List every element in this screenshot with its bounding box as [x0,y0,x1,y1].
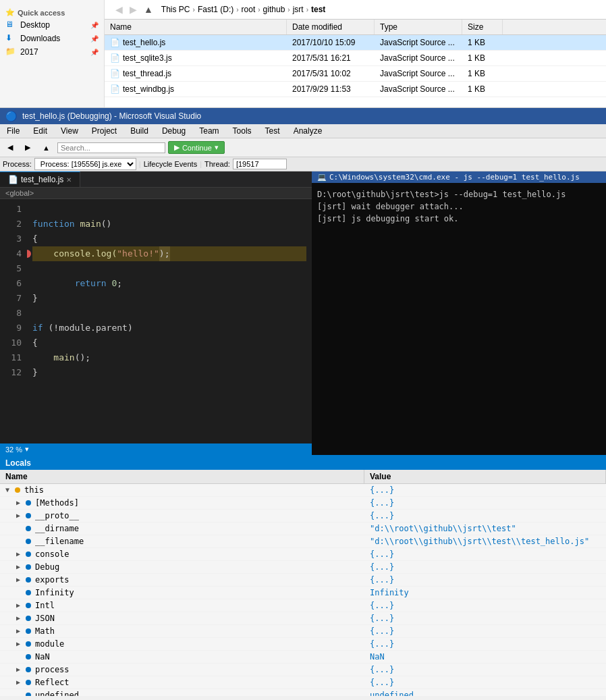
pin-icon-2017: 📌 [90,49,99,56]
file-row[interactable]: 📄 test_windbg.js 2017/9/29 11:53 JavaScr… [105,82,606,97]
search-input[interactable] [57,142,165,153]
file-row[interactable]: 📄 test_sqlite3.js 2017/5/31 16:21 JavaSc… [105,51,606,66]
expand-icon[interactable]: ▶ [16,563,24,571]
menu-item-team[interactable]: Team [192,124,225,138]
menu-item-analyze[interactable]: Analyze [287,124,329,138]
locals-value-cell: {...} [364,510,606,521]
menu-item-test[interactable]: Test [258,124,287,138]
expand-icon[interactable]: ▼ [5,486,13,494]
terminal-titlebar: 💻 C:\Windows\system32\cmd.exe - js --deb… [312,171,606,183]
continue-button[interactable]: ▶ Continue ▾ [168,141,225,154]
blue-circle-icon [26,654,31,659]
tab-close-icon[interactable]: ✕ [66,176,72,184]
menu-item-project[interactable]: Project [85,124,123,138]
locals-row[interactable]: ▶module{...} [0,638,606,651]
js-icon: 📄 [110,84,120,94]
locals-row[interactable]: ▼this{...} [0,484,606,497]
expand-icon[interactable]: ▶ [16,640,24,648]
expand-icon[interactable]: ▶ [16,678,24,686]
locals-value-cell: {...} [364,600,606,611]
js-icon: 📄 [110,69,120,78]
line-number: 11 [5,350,22,365]
expand-icon[interactable]: ▶ [16,499,24,507]
editor-tab-test-hello[interactable]: 📄 test_hello.js ✕ [0,171,80,187]
file-name: test_windbg.js [123,84,174,94]
menu-item-edit[interactable]: Edit [26,124,54,138]
process-select[interactable]: Process: [195556] js.exe [34,158,136,170]
locals-name: console [35,549,70,559]
bc-test: test [311,5,325,14]
locals-titlebar: Locals [0,456,606,470]
locals-name: process [35,665,70,674]
expand-icon[interactable]: ▶ [16,627,24,635]
col-header-type[interactable]: Type [375,20,462,34]
locals-value-cell: "d:\\root\\github\\jsrt\\test" [364,523,606,534]
debug-nav-back[interactable]: ◀ [3,141,18,154]
line-number: 3 [5,232,22,246]
blue-circle-icon [26,551,31,557]
forward-button[interactable]: ▶ [127,3,140,16]
locals-row[interactable]: NaNNaN [0,651,606,664]
locals-name-cell: ▶Math [0,626,364,637]
locals-row[interactable]: ▶Math{...} [0,625,606,638]
locals-row[interactable]: __filename"d:\\root\\github\\jsrt\\test\… [0,535,606,548]
locals-row[interactable]: undefinedundefined [0,689,606,696]
sidebar-item-downloads[interactable]: ⬇ Downloads 📌 [0,32,104,45]
menu-item-debug[interactable]: Debug [155,124,192,138]
locals-row[interactable]: ▶console{...} [0,548,606,561]
terminal-line: D:\root\github\jsrt\test>js --debug=1 te… [317,188,601,200]
expand-icon [16,537,24,545]
file-type: JavaScript Source ... [375,52,462,64]
debug-nav-forward[interactable]: ▶ [20,141,35,154]
menu-item-view[interactable]: View [54,124,85,138]
locals-row[interactable]: ▶[Methods]{...} [0,497,606,510]
expand-icon[interactable]: ▶ [16,550,24,558]
locals-name-cell: ▼this [0,485,364,495]
file-date: 2017/10/10 15:09 [287,36,375,49]
vs-title: test_hello.js (Debugging) - Microsoft Vi… [22,111,201,121]
locals-row[interactable]: ▶Debug{...} [0,561,606,574]
thread-label: Thread: [204,160,230,168]
locals-name-cell: __filename [0,536,364,547]
locals-row[interactable]: ▶exports{...} [0,574,606,587]
blue-circle-icon [26,564,31,570]
locals-row[interactable]: __dirname"d:\\root\\github\\jsrt\\test" [0,522,606,535]
file-date: 2017/9/29 11:53 [287,83,375,95]
menu-item-tools[interactable]: Tools [226,124,258,138]
blue-circle-icon [26,603,31,608]
back-button[interactable]: ◀ [113,3,126,16]
up-button[interactable]: ▲ [141,3,156,16]
expand-icon[interactable]: ▶ [16,601,24,610]
sidebar-item-desktop[interactable]: 🖥 Desktop 📌 [0,18,104,32]
locals-name: exports [35,575,70,585]
file-name: test_hello.js [123,38,165,47]
col-header-size[interactable]: Size [462,20,503,34]
locals-row[interactable]: ▶__proto__{...} [0,510,606,522]
menu-item-file[interactable]: File [0,124,26,138]
vs-menu-items: FileEditViewProjectBuildDebugTeamToolsTe… [0,124,329,138]
file-row[interactable]: 📄 test_hello.js 2017/10/10 15:09 JavaScr… [105,35,606,51]
locals-row[interactable]: InfinityInfinity [0,587,606,599]
play-icon: ▶ [174,143,180,152]
expand-icon[interactable]: ▶ [16,666,24,674]
locals-row[interactable]: ▶JSON{...} [0,612,606,625]
menu-item-build[interactable]: Build [123,124,155,138]
expand-icon[interactable]: ▶ [16,512,24,520]
locals-row[interactable]: ▶Intl{...} [0,599,606,612]
locals-row[interactable]: ▶Reflect{...} [0,676,606,689]
debug-nav-up[interactable]: ▲ [38,142,55,154]
file-row[interactable]: 📄 test_thread.js 2017/5/31 10:02 JavaScr… [105,66,606,82]
file-date: 2017/5/31 16:21 [287,52,375,64]
expand-icon[interactable]: ▶ [16,614,24,622]
sidebar-item-2017[interactable]: 📁 2017 📌 [0,45,104,59]
code-content[interactable]: function main(){➤ console.log("hello!");… [27,199,312,443]
line-number: 2 [5,217,22,232]
col-header-name[interactable]: Name [105,20,287,34]
file-size: 1 KB [462,83,503,95]
col-header-date[interactable]: Date modified [287,20,375,34]
thread-input[interactable] [233,159,287,169]
locals-row[interactable]: ▶process{...} [0,664,606,676]
process-label: Process: [3,160,32,168]
expand-icon[interactable]: ▶ [16,576,24,584]
pin-icon: 📌 [90,22,99,29]
